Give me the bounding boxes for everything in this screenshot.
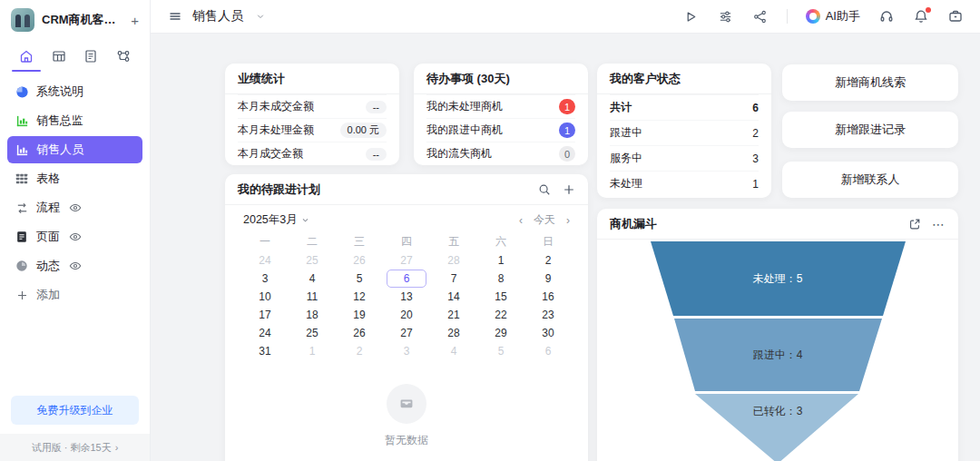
opportunity-funnel-card: 商机漏斗 ⋯ 未处理：5 跟进中：4 已转化：3: [597, 209, 958, 461]
calendar-day[interactable]: 2: [524, 251, 572, 270]
sidebar-nav: 系统说明 销售总监 销售人员 表格 流程 页面: [0, 69, 150, 309]
plus-icon[interactable]: [562, 182, 575, 196]
calendar-day[interactable]: 28: [430, 251, 477, 270]
calendar-day[interactable]: 21: [430, 306, 477, 324]
calendar-day[interactable]: 16: [524, 288, 572, 306]
calendar-day[interactable]: 14: [430, 288, 477, 306]
hamburger-menu-icon[interactable]: [167, 8, 183, 25]
calendar-day[interactable]: 12: [336, 288, 383, 306]
calendar-day-today[interactable]: 6: [387, 270, 426, 288]
calendar-day[interactable]: 5: [477, 342, 524, 360]
eye-icon[interactable]: [69, 230, 82, 243]
calendar-day[interactable]: 13: [383, 288, 430, 306]
calendar-day[interactable]: 10: [241, 288, 289, 306]
calendar-day[interactable]: 2: [336, 342, 383, 360]
sidebar-item-sales-rep[interactable]: 销售人员: [7, 136, 142, 163]
todo-row[interactable]: 我的跟进中商机 1: [426, 118, 575, 142]
tab-tables[interactable]: [47, 44, 71, 68]
upgrade-button[interactable]: 免费升级到企业: [11, 396, 139, 425]
todo-row[interactable]: 我的未处理商机 1: [426, 94, 575, 118]
calendar-day[interactable]: 27: [383, 324, 430, 342]
calendar-day[interactable]: 1: [289, 342, 336, 360]
sidebar-item-tables[interactable]: 表格: [7, 165, 142, 192]
calendar-day[interactable]: 26: [336, 251, 383, 270]
calendar-day[interactable]: 29: [477, 324, 524, 342]
play-icon[interactable]: [683, 8, 700, 25]
tab-home[interactable]: [15, 44, 38, 68]
tune-icon[interactable]: [718, 8, 734, 25]
grid-icon: [15, 172, 29, 186]
calendar-day[interactable]: 19: [336, 306, 383, 324]
stat-row[interactable]: 本月未处理金额 0.00 元: [238, 118, 387, 142]
calendar-day[interactable]: 17: [241, 306, 289, 324]
calendar-day[interactable]: 4: [430, 342, 477, 360]
calendar-day[interactable]: 28: [430, 324, 477, 342]
todo-row[interactable]: 我的流失商机 0: [426, 142, 575, 165]
calendar-day[interactable]: 3: [241, 270, 289, 288]
eye-icon[interactable]: [69, 201, 82, 214]
sidebar-item-activity[interactable]: 动态: [7, 252, 142, 280]
calendar-day[interactable]: 7: [430, 270, 477, 288]
calendar-day[interactable]: 30: [524, 324, 572, 342]
calendar-day[interactable]: 22: [477, 306, 524, 324]
flow-icon: [15, 201, 29, 215]
calendar-day[interactable]: 26: [336, 324, 383, 342]
chevron-down-icon[interactable]: [252, 8, 269, 25]
calendar-day[interactable]: 3: [383, 342, 430, 360]
calendar-day[interactable]: 11: [289, 288, 336, 306]
calendar-day[interactable]: 24: [241, 251, 289, 270]
sidebar-item-pages[interactable]: 页面: [7, 223, 142, 250]
stat-row[interactable]: 本月成交金额 --: [238, 142, 387, 165]
calendar-day[interactable]: 4: [289, 270, 336, 288]
notification-dot: [926, 7, 931, 13]
calendar-day[interactable]: 24: [241, 324, 289, 342]
add-contact-button[interactable]: 新增联系人: [782, 162, 958, 198]
sidebar-item-system-notes[interactable]: 系统说明: [7, 78, 142, 105]
headset-icon[interactable]: [878, 8, 895, 25]
next-month-button[interactable]: ›: [566, 214, 570, 227]
add-followup-button[interactable]: 新增跟进记录: [782, 112, 958, 148]
search-icon[interactable]: [537, 182, 551, 196]
calendar-day[interactable]: 25: [289, 324, 336, 342]
status-row[interactable]: 跟进中 2: [610, 120, 759, 145]
workspace-row[interactable]: CRM商机客户管理... +: [0, 0, 150, 38]
month-selector[interactable]: 2025年3月: [243, 212, 309, 228]
calendar-day[interactable]: 15: [477, 288, 524, 306]
calendar-day[interactable]: 18: [289, 306, 336, 324]
topbar-left: 销售人员: [167, 8, 269, 25]
weekday-label: 六: [477, 234, 524, 250]
calendar-day[interactable]: 1: [477, 251, 524, 270]
sidebar-add-item[interactable]: 添加: [7, 281, 142, 309]
funnel-label: 未处理：5: [753, 272, 803, 285]
calendar-day[interactable]: 20: [383, 306, 430, 324]
trial-status-bar[interactable]: 试用版 · 剩余15天 ›: [0, 434, 150, 461]
sidebar-item-flows[interactable]: 流程: [7, 194, 142, 221]
status-row[interactable]: 未处理 1: [610, 171, 759, 196]
calendar-day[interactable]: 31: [241, 342, 289, 360]
more-options-icon[interactable]: ⋯: [932, 218, 946, 230]
open-in-new-icon[interactable]: [907, 217, 921, 230]
workbench-icon[interactable]: [947, 8, 964, 25]
workspace-add-icon[interactable]: +: [131, 14, 139, 27]
today-button[interactable]: 今天: [534, 212, 555, 228]
stat-row[interactable]: 本月未成交金额 --: [238, 94, 387, 118]
eye-icon[interactable]: [69, 260, 82, 272]
tab-flows[interactable]: [112, 44, 135, 68]
ai-assistant-button[interactable]: AI助手: [806, 8, 860, 25]
calendar-day[interactable]: 5: [336, 270, 383, 288]
sidebar-item-sales-director[interactable]: 销售总监: [7, 107, 142, 134]
add-lead-button[interactable]: 新增商机线索: [782, 64, 958, 101]
calendar-day[interactable]: 23: [524, 306, 572, 324]
status-row[interactable]: 服务中 3: [610, 145, 759, 171]
status-row-total[interactable]: 共计 6: [610, 94, 759, 120]
bar-chart-icon: [15, 142, 29, 157]
calendar-day[interactable]: 6: [524, 342, 572, 360]
prev-month-button[interactable]: ‹: [519, 214, 523, 227]
calendar-day[interactable]: 27: [383, 251, 430, 270]
bell-icon[interactable]: [913, 8, 929, 25]
calendar-day[interactable]: 25: [289, 251, 336, 270]
share-icon[interactable]: [752, 8, 769, 25]
calendar-day[interactable]: 8: [477, 270, 524, 288]
tab-forms[interactable]: [79, 44, 103, 68]
calendar-day[interactable]: 9: [524, 270, 572, 288]
